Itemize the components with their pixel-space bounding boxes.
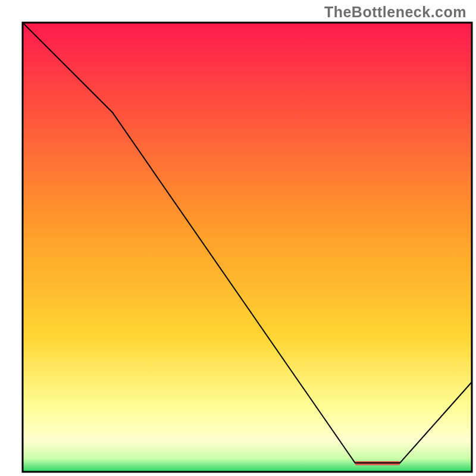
watermark-text: TheBottleneck.com [324, 4, 466, 21]
chart-container: TheBottleneck.com [0, 0, 476, 476]
bottleneck-chart [0, 0, 476, 476]
